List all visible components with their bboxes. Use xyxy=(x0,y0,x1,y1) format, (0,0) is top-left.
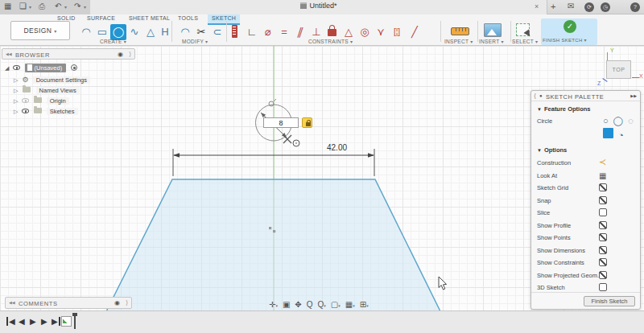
sketch-canvas[interactable]: 42.00 Y TOP X Z ◀◀ BROWSER ◉ ⟩ ◢ (Unsave… xyxy=(0,46,644,310)
concentric-constraint-icon[interactable]: ◎ xyxy=(357,24,373,40)
timeline-last-icon[interactable]: ▶ xyxy=(52,317,60,326)
undo-caret-icon[interactable]: ▾ xyxy=(64,4,67,10)
options-section[interactable]: ▼Options xyxy=(537,146,567,154)
panel-gear-icon[interactable]: ◉ xyxy=(114,299,120,306)
design-workspace-button[interactable]: DESIGN ▾ xyxy=(10,21,70,40)
origin-point-marker[interactable] xyxy=(273,230,275,232)
app-grid-icon[interactable]: ▦ xyxy=(4,2,11,10)
activate-radio-icon[interactable] xyxy=(71,64,77,71)
browser-panel-header[interactable]: ◀◀ BROWSER ◉ ⟩ xyxy=(2,48,135,60)
diameter-input[interactable] xyxy=(263,117,299,128)
center-diameter-circle-icon[interactable]: ○ xyxy=(603,116,609,125)
panel-expand-icon[interactable]: ⟩ xyxy=(126,299,128,306)
visibility-eye-icon[interactable] xyxy=(13,65,20,70)
expander-icon[interactable]: ▷ xyxy=(14,98,18,104)
feature-options-section[interactable]: ▼Feature Options xyxy=(537,105,590,113)
sync-icon[interactable]: ⟳ xyxy=(584,2,594,12)
view-cube[interactable]: Y TOP X Z xyxy=(599,48,644,90)
collapse-icon[interactable]: ◀◀ xyxy=(6,51,12,56)
panel-gear-icon[interactable]: ◉ xyxy=(118,51,123,58)
midpoint-constraint-icon[interactable]: △ xyxy=(341,24,357,40)
expander-icon[interactable]: ▷ xyxy=(14,88,18,93)
browser-item-named-views[interactable]: ▷ Named Views xyxy=(14,85,80,96)
perpendicular-constraint-icon[interactable]: ⊥ xyxy=(308,24,324,40)
timeline-position-marker[interactable] xyxy=(74,313,76,329)
browser-item-document-settings[interactable]: ▷ ⚙ Document Settings xyxy=(14,75,90,85)
sketch-grid-checkbox[interactable] xyxy=(599,183,607,191)
tab-close-icon[interactable]: × xyxy=(535,2,539,10)
timeline-previous-icon[interactable]: ◀ xyxy=(19,317,25,326)
tab-surface[interactable]: SURFACE xyxy=(83,14,119,24)
pin-icon[interactable]: ▶▶ xyxy=(630,93,637,98)
lock-icon[interactable] xyxy=(302,117,312,128)
measure-icon[interactable] xyxy=(451,27,469,35)
collinear-constraint-icon[interactable]: ╱ xyxy=(407,24,423,40)
origin-point-marker[interactable] xyxy=(269,227,271,229)
comments-panel-header[interactable]: ◀◀ COMMENTS ◉ ⟩ xyxy=(5,297,132,309)
save-icon[interactable]: ⎙ xyxy=(39,2,45,11)
browser-item-sketches[interactable]: ▷ Sketches xyxy=(14,106,78,117)
insert-group-label[interactable]: INSERT ▾ xyxy=(479,39,504,44)
construction-icon[interactable]: ≺ xyxy=(599,156,606,168)
three-tangent-circle-icon[interactable]: ◔ xyxy=(618,130,624,140)
offset-tool-icon[interactable]: ⊂ xyxy=(209,24,225,40)
constraints-group-label[interactable]: CONSTRAINTS ▾ xyxy=(308,39,353,44)
slice-checkbox[interactable] xyxy=(599,208,607,216)
zoom-icon[interactable]: Q xyxy=(307,300,313,309)
tab-sheet-metal[interactable]: SHEET METAL xyxy=(125,14,174,24)
viewports-icon[interactable]: ⊞▾ xyxy=(360,300,369,309)
3d-sketch-checkbox[interactable] xyxy=(599,283,607,291)
timeline-next-icon[interactable]: ▶ xyxy=(41,317,47,326)
fillet-tool-icon[interactable]: ◠ xyxy=(177,24,193,40)
two-point-circle-icon[interactable]: ◯ xyxy=(613,116,623,125)
polygon-tool-icon[interactable]: △ xyxy=(142,24,159,40)
timeline-play-icon[interactable]: ▶ xyxy=(30,317,36,326)
expander-icon[interactable]: ◢ xyxy=(5,65,9,71)
sketch-dimension-icon[interactable] xyxy=(232,25,237,38)
pan-icon[interactable]: ✥ xyxy=(295,300,301,309)
fix-constraint-icon[interactable] xyxy=(328,29,336,36)
help-icon[interactable]: ? xyxy=(630,2,640,12)
show-points-checkbox[interactable] xyxy=(599,233,607,241)
select-box-icon[interactable] xyxy=(516,23,530,36)
grid-settings-icon[interactable]: ▦▾ xyxy=(345,300,355,309)
visibility-eye-icon[interactable] xyxy=(22,98,29,103)
document-tab[interactable]: Untitled* × xyxy=(90,0,547,14)
clock-icon[interactable]: ◷ xyxy=(601,2,610,12)
undo-icon[interactable]: ↶ xyxy=(55,2,61,10)
expander-icon[interactable]: ▷ xyxy=(14,109,18,114)
viewcube-top-face[interactable]: TOP xyxy=(606,60,631,79)
file-caret-icon[interactable]: ▾ xyxy=(29,4,31,10)
modify-group-label[interactable]: MODIFY ▾ xyxy=(182,39,208,44)
curvature-constraint-icon[interactable]: ⋎ xyxy=(373,24,389,40)
browser-item-origin[interactable]: ▷ Origin xyxy=(14,96,69,106)
create-group-label[interactable]: CREATE ▾ xyxy=(100,39,126,44)
dimension-value[interactable]: 42.00 xyxy=(327,143,347,152)
comment-bubble-icon[interactable]: ✉ xyxy=(568,2,574,10)
symmetry-constraint-icon[interactable]: [¦] xyxy=(389,24,405,40)
select-group-label[interactable]: SELECT ▾ xyxy=(512,39,538,44)
sketch-profile-edges[interactable] xyxy=(107,179,440,310)
look-at-icon[interactable]: ▦ xyxy=(599,170,606,182)
sketch-palette-header[interactable]: ⟨ ● SKETCH PALETTE ▶▶ xyxy=(531,91,640,101)
expander-icon[interactable]: ▷ xyxy=(14,77,18,83)
finish-sketch-button[interactable]: ✓ FINISH SKETCH ▾ xyxy=(541,18,597,45)
new-tab-icon[interactable]: + xyxy=(551,2,555,11)
show-dimensions-checkbox[interactable] xyxy=(599,246,607,254)
tangent-constraint-icon[interactable]: ⌀ xyxy=(260,24,276,40)
show-projected-geometry-checkbox[interactable] xyxy=(599,271,607,279)
collapse-icon[interactable]: ◀◀ xyxy=(9,300,15,305)
timeline-first-icon[interactable]: ◀ xyxy=(6,317,15,326)
timeline-sketch-feature[interactable] xyxy=(61,316,72,327)
panel-expand-icon[interactable]: ⟩ xyxy=(129,51,131,58)
redo-icon[interactable]: ↷ xyxy=(74,2,80,10)
redo-caret-icon[interactable]: ▾ xyxy=(84,4,86,10)
orbit-icon[interactable]: ✛▾ xyxy=(269,300,278,309)
show-profile-checkbox[interactable] xyxy=(599,221,607,229)
horizontal-vertical-constraint-icon[interactable]: ∟ xyxy=(244,24,260,40)
visibility-eye-icon[interactable] xyxy=(22,109,29,113)
spline-tool-icon[interactable]: ∿ xyxy=(126,24,142,40)
sketch-profile[interactable] xyxy=(107,179,440,310)
insert-image-icon[interactable] xyxy=(484,23,502,37)
circle-tool-icon[interactable]: ◯ xyxy=(110,24,126,40)
